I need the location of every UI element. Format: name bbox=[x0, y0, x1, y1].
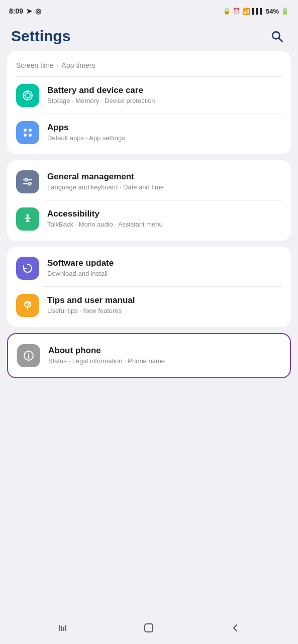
battery-icon-wrap bbox=[16, 84, 39, 107]
section-digital-battery-apps: Screen time · App timers bbox=[7, 51, 291, 154]
search-button[interactable] bbox=[267, 26, 287, 46]
section-general-accessibility: General management Language and keyboard… bbox=[7, 160, 291, 241]
accessibility-text: Accessibility TalkBack · Mono audio · As… bbox=[47, 209, 282, 229]
about-phone-title: About phone bbox=[48, 346, 281, 356]
tips-manual-item[interactable]: Tips and user manual Useful tips · New f… bbox=[7, 287, 291, 324]
section-software-tips: Software update Download and install Tip… bbox=[7, 247, 291, 327]
svg-point-5 bbox=[29, 129, 32, 132]
svg-point-11 bbox=[29, 183, 31, 185]
apps-icon bbox=[16, 121, 39, 144]
main-header: Settings bbox=[0, 20, 298, 51]
apps-subtitle: Default apps · App settings bbox=[47, 134, 282, 143]
back-button[interactable] bbox=[225, 618, 245, 638]
lock-icon: 🔒 bbox=[223, 8, 231, 15]
general-management-item[interactable]: General management Language and keyboard… bbox=[7, 163, 291, 200]
dot-1: · bbox=[57, 61, 59, 69]
software-update-icon-wrap bbox=[16, 257, 39, 280]
software-update-item[interactable]: Software update Download and install bbox=[7, 250, 291, 287]
tips-manual-title: Tips and user manual bbox=[47, 295, 282, 305]
battery-device-care-title: Battery and device care bbox=[47, 85, 282, 95]
status-right: 🔒 ⏰ 📶 ▌▌▌ 54% 🔋 bbox=[223, 8, 289, 15]
svg-point-7 bbox=[29, 134, 32, 137]
svg-point-9 bbox=[25, 179, 28, 181]
screen-time-link[interactable]: Screen time bbox=[16, 61, 54, 69]
signal-icon: ▌▌▌ bbox=[252, 8, 264, 14]
wifi-icon: 📶 bbox=[242, 8, 250, 15]
svg-point-4 bbox=[24, 129, 27, 132]
general-management-text: General management Language and keyboard… bbox=[47, 172, 282, 192]
general-management-icon bbox=[16, 170, 39, 193]
home-icon bbox=[142, 621, 155, 634]
tips-manual-text: Tips and user manual Useful tips · New f… bbox=[47, 295, 282, 315]
alarm-icon: ⏰ bbox=[233, 8, 240, 15]
apps-title: Apps bbox=[47, 123, 282, 133]
apps-text: Apps Default apps · App settings bbox=[47, 123, 282, 143]
settings-content: Screen time · App timers bbox=[0, 51, 298, 378]
about-phone-text: About phone Status · Legal information ·… bbox=[48, 346, 281, 366]
software-update-icon bbox=[16, 257, 39, 280]
about-phone-icon-wrap bbox=[17, 344, 40, 367]
accessibility-title: Accessibility bbox=[47, 209, 282, 219]
apps-icon-wrap bbox=[16, 121, 39, 144]
accessibility-icon-wrap bbox=[16, 207, 39, 231]
app-timers-link[interactable]: App timers bbox=[62, 61, 95, 69]
section-about: About phone Status · Legal information ·… bbox=[7, 333, 291, 378]
battery-device-care-subtitle: Storage · Memory · Device protection bbox=[47, 96, 282, 105]
recent-apps-icon bbox=[57, 622, 69, 634]
svg-line-1 bbox=[279, 38, 282, 42]
whatsapp-icon: ◎ bbox=[35, 7, 41, 15]
svg-point-16 bbox=[28, 353, 30, 355]
software-update-text: Software update Download and install bbox=[47, 258, 282, 278]
status-bar: 8:09 ➤ ◎ 🔒 ⏰ 📶 ▌▌▌ 54% 🔋 bbox=[0, 0, 298, 20]
time-display: 8:09 bbox=[9, 7, 23, 15]
recent-apps-button[interactable] bbox=[53, 618, 73, 638]
accessibility-icon bbox=[16, 207, 39, 231]
accessibility-item[interactable]: Accessibility TalkBack · Mono audio · As… bbox=[7, 200, 291, 238]
battery-device-care-icon bbox=[16, 84, 39, 107]
battery-icon: 🔋 bbox=[281, 8, 289, 15]
bottom-nav bbox=[0, 612, 298, 644]
digital-wellbeing-sub-items[interactable]: Screen time · App timers bbox=[7, 54, 291, 76]
svg-point-3 bbox=[25, 93, 30, 98]
general-management-title: General management bbox=[47, 172, 282, 182]
svg-point-6 bbox=[24, 134, 27, 137]
status-left: 8:09 ➤ ◎ bbox=[9, 7, 41, 15]
accessibility-subtitle: TalkBack · Mono audio · Assistant menu bbox=[47, 220, 282, 229]
page-title: Settings bbox=[11, 28, 70, 45]
navigation-icon: ➤ bbox=[26, 7, 32, 15]
home-button[interactable] bbox=[138, 617, 159, 638]
about-phone-icon bbox=[17, 344, 40, 367]
software-update-subtitle: Download and install bbox=[47, 269, 282, 278]
general-management-subtitle: Language and keyboard · Date and time bbox=[47, 183, 282, 192]
tips-manual-icon-wrap bbox=[16, 294, 39, 317]
tips-manual-icon bbox=[16, 294, 39, 317]
apps-item[interactable]: Apps Default apps · App settings bbox=[7, 114, 291, 151]
svg-point-14 bbox=[27, 306, 28, 307]
search-icon bbox=[270, 30, 283, 43]
back-icon bbox=[229, 622, 241, 634]
svg-rect-22 bbox=[145, 624, 153, 632]
about-phone-subtitle: Status · Legal information · Phone name bbox=[48, 357, 281, 366]
battery-device-care-text: Battery and device care Storage · Memory… bbox=[47, 85, 282, 105]
battery-percent: 54% bbox=[266, 8, 279, 15]
about-phone-item[interactable]: About phone Status · Legal information ·… bbox=[8, 337, 290, 374]
battery-device-care-item[interactable]: Battery and device care Storage · Memory… bbox=[7, 77, 291, 114]
general-management-icon-wrap bbox=[16, 170, 39, 193]
tips-manual-subtitle: Useful tips · New features bbox=[47, 306, 282, 315]
software-update-title: Software update bbox=[47, 258, 282, 268]
